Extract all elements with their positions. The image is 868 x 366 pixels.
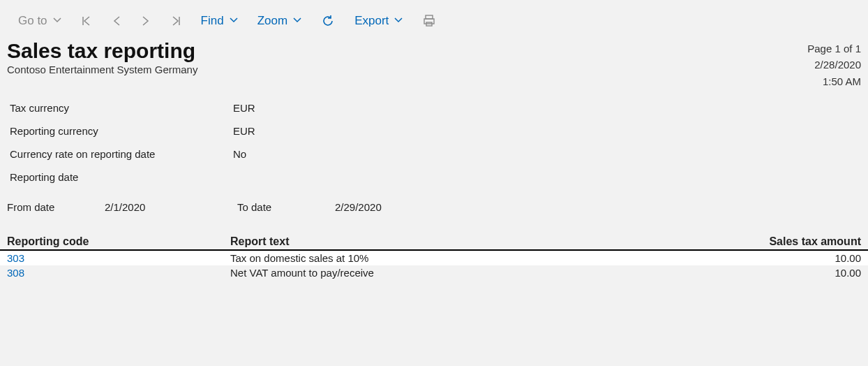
param-label: Reporting currency [10, 125, 233, 137]
zoom-dropdown[interactable]: Zoom [257, 14, 301, 28]
goto-label: Go to [18, 14, 47, 28]
param-reporting-date: Reporting date [10, 166, 858, 189]
table-row: 303 Tax on domestic sales at 10% 10.00 [0, 251, 868, 265]
prev-page-button[interactable] [112, 15, 121, 27]
from-date-value: 2/1/2020 [105, 201, 237, 213]
report-title: Sales tax reporting [7, 39, 197, 62]
refresh-button[interactable] [321, 14, 335, 28]
date-range-row: From date 2/1/2020 To date 2/29/2020 [0, 189, 868, 213]
report-title-block: Sales tax reporting Contoso Entertainmen… [7, 39, 197, 89]
find-label: Find [201, 14, 224, 28]
report-table: Reporting code Report text Sales tax amo… [0, 234, 868, 280]
param-label: Tax currency [10, 102, 233, 114]
goto-dropdown[interactable]: Go to [18, 14, 61, 28]
param-rate-on-date: Currency rate on reporting date No [10, 142, 858, 166]
to-date-label: To date [237, 201, 335, 213]
from-date-label: From date [7, 201, 105, 213]
find-dropdown[interactable]: Find [201, 14, 238, 28]
param-value: EUR [233, 102, 317, 114]
chevron-down-icon [230, 14, 238, 28]
run-date: 2/28/2020 [807, 57, 861, 73]
param-reporting-currency: Reporting currency EUR [10, 119, 858, 142]
report-meta: Page 1 of 1 2/28/2020 1:50 AM [807, 39, 861, 89]
param-value: EUR [233, 125, 317, 137]
param-tax-currency: Tax currency EUR [10, 96, 858, 119]
col-header-text: Report text [230, 235, 721, 248]
company-name: Contoso Entertainment System Germany [7, 64, 197, 75]
report-parameters: Tax currency EUR Reporting currency EUR … [0, 89, 868, 189]
next-page-button[interactable] [141, 15, 151, 27]
report-header: Sales tax reporting Contoso Entertainmen… [0, 34, 868, 89]
param-value [233, 171, 317, 183]
page-number: Page 1 of 1 [807, 41, 861, 57]
to-date-value: 2/29/2020 [335, 201, 467, 213]
chevron-down-icon [53, 14, 61, 28]
reporting-code-link[interactable]: 308 [7, 267, 230, 279]
reporting-code-link[interactable]: 303 [7, 252, 230, 264]
report-text-cell: Tax on domestic sales at 10% [230, 252, 721, 264]
amount-cell: 10.00 [721, 252, 861, 264]
last-page-button[interactable] [170, 15, 181, 27]
chevron-down-icon [293, 14, 301, 28]
table-row: 308 Net VAT amount to pay/receive 10.00 [0, 265, 868, 280]
col-header-code: Reporting code [7, 235, 230, 248]
chevron-down-icon [394, 14, 403, 28]
param-label: Reporting date [10, 171, 233, 183]
run-time: 1:50 AM [807, 73, 861, 89]
table-header: Reporting code Report text Sales tax amo… [0, 234, 868, 251]
report-toolbar: Go to Find Zoom [0, 0, 868, 34]
report-text-cell: Net VAT amount to pay/receive [230, 267, 721, 279]
svg-rect-0 [426, 15, 433, 19]
svg-rect-1 [424, 19, 434, 24]
export-dropdown[interactable]: Export [354, 14, 403, 28]
zoom-label: Zoom [257, 14, 287, 28]
param-label: Currency rate on reporting date [10, 148, 233, 160]
amount-cell: 10.00 [721, 267, 861, 279]
col-header-amount: Sales tax amount [721, 235, 861, 248]
first-page-button[interactable] [81, 15, 92, 27]
param-value: No [233, 148, 317, 160]
print-button[interactable] [422, 14, 436, 28]
export-label: Export [354, 14, 389, 28]
